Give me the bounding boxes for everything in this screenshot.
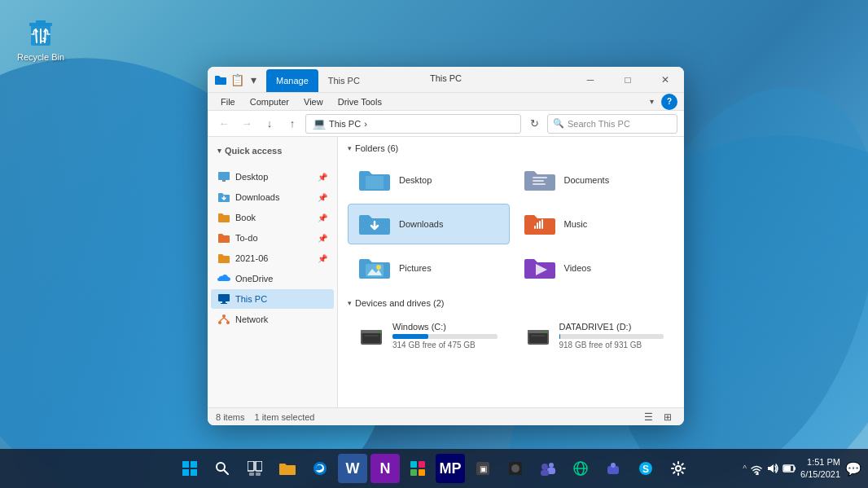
list-view-button[interactable]: ☰ xyxy=(640,409,656,425)
sidebar-2021-label: 2021-06 xyxy=(235,253,268,263)
folder-desktop[interactable]: Desktop xyxy=(348,160,510,200)
taskbar-app2-button[interactable] xyxy=(501,454,530,483)
search-box[interactable]: 🔍 Search This PC xyxy=(547,114,677,134)
window-controls: ─ □ ✕ xyxy=(572,67,684,92)
svg-rect-38 xyxy=(249,473,254,476)
clock-date: 6/15/2021 xyxy=(800,468,840,481)
svg-rect-44 xyxy=(419,469,425,476)
data-drive-info: DATADRIVE1 (D:) 918 GB free of 931 GB xyxy=(559,322,664,350)
sidebar-item-book[interactable]: Book 📌 xyxy=(211,208,334,227)
quick-access-header[interactable]: ▾ Quick access xyxy=(211,141,334,160)
svg-rect-13 xyxy=(366,176,384,189)
windows-drive-info: Windows (C:) 314 GB free of 475 GB xyxy=(392,322,498,350)
maximize-button[interactable]: □ xyxy=(609,67,647,93)
svg-point-28 xyxy=(545,331,546,332)
help-button[interactable]: ? xyxy=(661,94,677,110)
taskbar-app1-button[interactable]: ▣ xyxy=(468,454,498,483)
taskbar-teams2-button[interactable] xyxy=(598,454,628,483)
taskbar-taskview-button[interactable] xyxy=(240,454,270,483)
menu-file[interactable]: File xyxy=(214,95,242,108)
folders-section-header: ▾ Folders (6) xyxy=(348,143,674,153)
svg-point-10 xyxy=(226,321,230,324)
menu-computer[interactable]: Computer xyxy=(243,95,296,108)
sidebar-item-this-pc[interactable]: This PC xyxy=(211,289,334,309)
recent-locations-button[interactable]: ↓ xyxy=(260,114,279,134)
folder-2021-icon xyxy=(217,252,230,265)
folder-videos[interactable]: Videos xyxy=(513,248,675,288)
minimize-button[interactable]: ─ xyxy=(572,67,609,93)
menu-view[interactable]: View xyxy=(297,95,330,108)
drive-data[interactable]: DATADRIVE1 (D:) 918 GB free of 931 GB xyxy=(515,314,675,357)
up-button[interactable]: ↑ xyxy=(283,114,302,134)
sidebar-todo-label: To-do xyxy=(235,233,258,243)
folder-music[interactable]: Music xyxy=(513,204,675,244)
tab-this-pc[interactable]: This PC xyxy=(318,69,370,92)
folder-documents[interactable]: Documents xyxy=(513,160,675,200)
selected-count: 1 item selected xyxy=(254,412,314,422)
svg-rect-4 xyxy=(222,180,226,182)
path-separator: › xyxy=(364,119,367,129)
menu-bar: File Computer View Drive Tools ▾ ? xyxy=(208,93,684,111)
close-button[interactable]: ✕ xyxy=(647,67,684,93)
folder-downloads[interactable]: Downloads xyxy=(348,204,510,244)
content-area: ▾ Folders (6) Desktop xyxy=(338,137,684,407)
taskbar-mp-button[interactable]: MP xyxy=(436,454,465,483)
ribbon-expand[interactable]: ▾ xyxy=(643,94,660,110)
svg-point-23 xyxy=(378,331,379,332)
customize-toolbar[interactable]: ▾ xyxy=(247,73,260,86)
taskbar-settings-button[interactable] xyxy=(664,454,693,483)
sidebar-network-label: Network xyxy=(235,314,268,324)
svg-rect-7 xyxy=(221,303,227,304)
sidebar-item-downloads[interactable]: Downloads 📌 xyxy=(211,187,334,207)
svg-rect-29 xyxy=(531,335,546,336)
folder-pictures[interactable]: Pictures xyxy=(348,248,510,288)
sidebar-thispc-label: This PC xyxy=(235,294,267,304)
taskbar-search-button[interactable] xyxy=(208,454,237,483)
svg-rect-31 xyxy=(191,461,197,468)
taskbar-word-button[interactable]: W xyxy=(338,454,367,483)
menu-drive-tools[interactable]: Drive Tools xyxy=(331,95,388,108)
start-button[interactable] xyxy=(175,454,204,483)
recycle-bin-label: Recycle Bin xyxy=(17,52,64,62)
title-bar: 📋 ▾ Manage This PC This PC ─ □ ✕ xyxy=(208,67,684,93)
sidebar-item-2021-06[interactable]: 2021-06 📌 xyxy=(211,248,334,268)
sidebar-item-todo[interactable]: To-do 📌 xyxy=(211,228,334,248)
refresh-button[interactable]: ↻ xyxy=(524,114,544,134)
taskbar-edge-button[interactable] xyxy=(305,454,335,483)
chevron-up-icon[interactable]: ^ xyxy=(743,464,747,473)
sidebar-item-desktop[interactable]: Desktop 📌 xyxy=(211,167,334,187)
taskbar-store-button[interactable] xyxy=(403,454,432,483)
taskbar-browser-button[interactable] xyxy=(566,454,595,483)
downloads-icon xyxy=(217,191,230,204)
pin-icon-2: 📌 xyxy=(318,193,327,202)
svg-rect-24 xyxy=(364,335,379,336)
address-path[interactable]: 💻 This PC › xyxy=(305,114,521,134)
taskbar-onenote-button[interactable]: N xyxy=(370,454,400,483)
address-bar: ← → ↓ ↑ 💻 This PC › ↻ 🔍 Search This PC xyxy=(208,111,684,137)
forward-button[interactable]: → xyxy=(237,114,256,134)
sidebar-onedrive-label: OneDrive xyxy=(235,274,273,284)
taskbar-time[interactable]: 1:51 PM 6/15/2021 xyxy=(800,456,840,481)
taskbar-teams-button[interactable] xyxy=(533,454,563,483)
svg-text:S: S xyxy=(642,464,649,475)
windows-drive-icon xyxy=(358,323,384,349)
svg-rect-42 xyxy=(419,461,425,468)
speaker-icon xyxy=(766,462,779,475)
desktop-icon xyxy=(217,170,230,183)
drive-windows[interactable]: Windows (C:) 314 GB free of 475 GB xyxy=(348,314,508,357)
notification-icon[interactable]: 💬 xyxy=(845,461,861,477)
back-button[interactable]: ← xyxy=(214,114,234,134)
data-drive-name: DATADRIVE1 (D:) xyxy=(559,322,664,332)
sidebar-item-network[interactable]: Network xyxy=(211,310,334,329)
svg-line-11 xyxy=(220,318,224,321)
taskbar-file-explorer-button[interactable] xyxy=(273,454,302,483)
folders-chevron[interactable]: ▾ xyxy=(348,144,352,152)
svg-point-48 xyxy=(511,464,519,473)
grid-view-button[interactable]: ⊞ xyxy=(660,409,676,425)
tab-manage[interactable]: Manage xyxy=(266,69,318,92)
sidebar-item-onedrive[interactable]: OneDrive xyxy=(211,269,334,288)
recycle-bin-icon[interactable]: Recycle Bin xyxy=(16,16,65,62)
properties-icon[interactable]: 📋 xyxy=(230,73,243,86)
taskbar-skype-button[interactable]: S xyxy=(631,454,660,483)
drives-chevron[interactable]: ▾ xyxy=(348,299,352,307)
